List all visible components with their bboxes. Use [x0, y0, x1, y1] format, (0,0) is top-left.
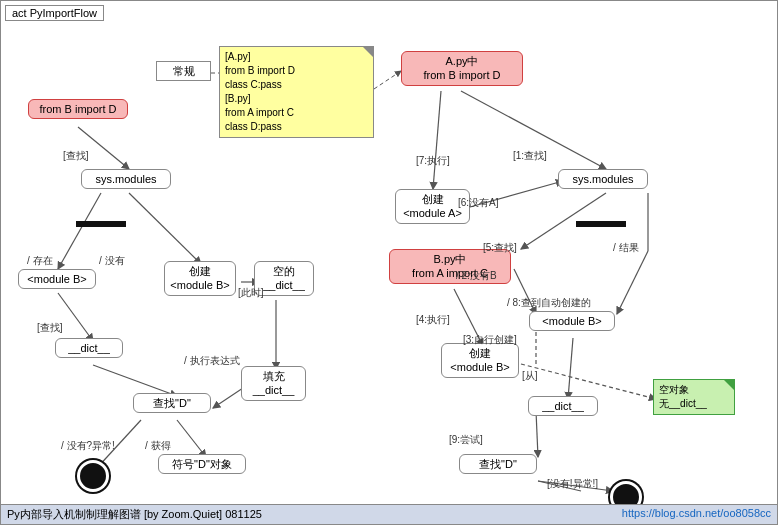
- svg-line-18: [568, 338, 573, 399]
- label-from: [从]: [522, 369, 538, 383]
- svg-line-7: [58, 193, 101, 269]
- main-container: act PyImportFlow: [0, 0, 778, 525]
- label-2-no-b: / 2:没有B: [456, 269, 497, 283]
- dict-left: __dict__: [55, 338, 123, 358]
- note-main: [A.py]from B import Dclass C:pass[B.py]f…: [219, 46, 374, 138]
- normal-node: 常规: [156, 61, 211, 81]
- footer-text: Py内部导入机制制理解图谱 [by Zoom.Quiet] 081125: [7, 508, 262, 520]
- module-b-right: <module B>: [529, 311, 615, 331]
- label-find-dict: [查找]: [37, 321, 63, 335]
- label-4-exec: [4:执行]: [416, 313, 450, 327]
- label-exist: / 存在: [27, 254, 53, 268]
- svg-line-2: [374, 71, 401, 89]
- label-6-no-a: [6:没有A]: [458, 196, 499, 210]
- label-no-exception2: [没有!异常!]: [547, 477, 598, 491]
- end-node-left: [80, 463, 106, 489]
- label-5-find: [5:查找]: [483, 241, 517, 255]
- symbol-d: 符号"D"对象: [158, 454, 246, 474]
- a-py-from-b: A.py中from B import D: [401, 51, 523, 86]
- svg-line-8: [129, 193, 201, 264]
- svg-line-14: [177, 420, 206, 457]
- label-7-exec: [7:执行]: [416, 154, 450, 168]
- bar-right: [576, 221, 626, 227]
- svg-line-4: [433, 91, 441, 189]
- sys-modules-left: sys.modules: [81, 169, 171, 189]
- label-1-find: [1:查找]: [513, 149, 547, 163]
- label-result: / 结果: [613, 241, 639, 255]
- svg-line-19: [536, 411, 538, 457]
- svg-line-11: [93, 365, 177, 396]
- create-module-b-mid: 创建<module B>: [164, 261, 236, 296]
- label-find-left: [查找]: [63, 149, 89, 163]
- label-no-exception: / 没有?异常!: [61, 439, 115, 453]
- svg-line-25: [617, 251, 648, 314]
- sys-modules-right: sys.modules: [558, 169, 648, 189]
- bar-left: [76, 221, 126, 227]
- label-exec-expr: / 执行表达式: [184, 354, 240, 368]
- module-b-left: <module B>: [18, 269, 96, 289]
- find-d-right: 查找"D": [459, 454, 537, 474]
- footer-url: https://blog.csdn.net/oo8058cc: [622, 507, 771, 519]
- null-obj: 空对象无__dict__: [653, 379, 735, 415]
- find-d-left: 查找"D": [133, 393, 211, 413]
- label-9-try: [9:尝试]: [449, 433, 483, 447]
- create-module-b-right: 创建<module B>: [441, 343, 519, 378]
- svg-line-10: [58, 293, 93, 341]
- label-no: / 没有: [99, 254, 125, 268]
- title-bar: act PyImportFlow: [5, 5, 104, 21]
- from-b-import-d-left: from B import D: [28, 99, 128, 119]
- fill-dict: 填充__dict__: [241, 366, 306, 401]
- label-3-self-create: [3:自行创建]: [463, 333, 517, 347]
- title-text: act PyImportFlow: [12, 7, 97, 19]
- svg-line-23: [521, 364, 656, 399]
- footer: Py内部导入机制制理解图谱 [by Zoom.Quiet] 081125 htt…: [1, 504, 777, 524]
- label-get: / 获得: [145, 439, 171, 453]
- dict-right: __dict__: [528, 396, 598, 416]
- label-now: [此时]: [238, 286, 264, 300]
- label-8-auto: / 8:查到自动创建的: [507, 296, 591, 310]
